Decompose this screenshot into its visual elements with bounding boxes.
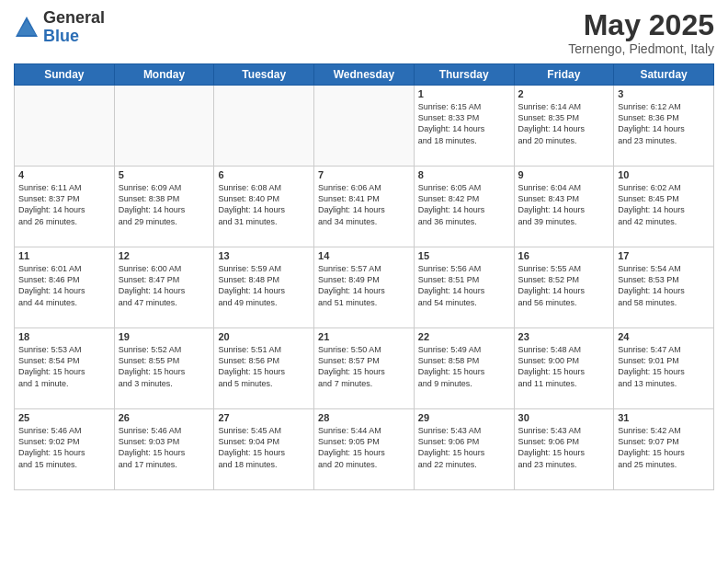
cal-cell: 9Sunrise: 6:04 AM Sunset: 8:43 PM Daylig…: [514, 167, 614, 247]
cal-cell: 4Sunrise: 6:11 AM Sunset: 8:37 PM Daylig…: [15, 167, 115, 247]
cell-info: Sunrise: 6:01 AM Sunset: 8:46 PM Dayligh…: [18, 263, 110, 308]
cal-cell: 7Sunrise: 6:06 AM Sunset: 8:41 PM Daylig…: [314, 167, 415, 247]
cell-info: Sunrise: 5:55 AM Sunset: 8:52 PM Dayligh…: [518, 263, 610, 308]
cell-info: Sunrise: 5:52 AM Sunset: 8:55 PM Dayligh…: [119, 344, 210, 389]
week-row-1: 1Sunrise: 6:15 AM Sunset: 8:33 PM Daylig…: [15, 86, 714, 167]
day-number: 29: [418, 412, 510, 423]
cell-info: Sunrise: 5:43 AM Sunset: 9:06 PM Dayligh…: [518, 425, 610, 470]
day-number: 1: [418, 88, 510, 99]
cell-info: Sunrise: 5:49 AM Sunset: 8:58 PM Dayligh…: [418, 344, 510, 389]
cell-info: Sunrise: 5:51 AM Sunset: 8:56 PM Dayligh…: [218, 344, 310, 389]
cal-cell: 25Sunrise: 5:46 AM Sunset: 9:02 PM Dayli…: [15, 409, 115, 490]
cell-info: Sunrise: 6:08 AM Sunset: 8:40 PM Dayligh…: [218, 182, 310, 227]
cal-cell: [214, 86, 314, 167]
day-number: 31: [618, 412, 710, 423]
day-number: 28: [318, 412, 410, 423]
cal-cell: [114, 86, 214, 167]
cell-info: Sunrise: 5:46 AM Sunset: 9:02 PM Dayligh…: [18, 425, 110, 470]
cal-cell: 13Sunrise: 5:59 AM Sunset: 8:48 PM Dayli…: [214, 247, 314, 328]
day-number: 8: [418, 169, 510, 180]
cell-info: Sunrise: 5:43 AM Sunset: 9:06 PM Dayligh…: [418, 425, 510, 470]
day-number: 21: [318, 331, 410, 342]
calendar-page: General Blue May 2025 Ternengo, Piedmont…: [0, 0, 728, 563]
cal-cell: 15Sunrise: 5:56 AM Sunset: 8:51 PM Dayli…: [414, 247, 514, 328]
cal-cell: 6Sunrise: 6:08 AM Sunset: 8:40 PM Daylig…: [214, 167, 314, 247]
cal-cell: 5Sunrise: 6:09 AM Sunset: 8:38 PM Daylig…: [114, 167, 214, 247]
location: Ternengo, Piedmont, Italy: [568, 41, 714, 56]
day-number: 13: [218, 250, 310, 261]
day-number: 10: [618, 169, 710, 180]
day-number: 12: [119, 250, 210, 261]
day-header-row: Sunday Monday Tuesday Wednesday Thursday…: [15, 64, 714, 86]
day-number: 24: [618, 331, 710, 342]
cell-info: Sunrise: 6:05 AM Sunset: 8:42 PM Dayligh…: [418, 182, 510, 227]
day-number: 2: [518, 88, 610, 99]
cal-cell: 10Sunrise: 6:02 AM Sunset: 8:45 PM Dayli…: [614, 167, 714, 247]
logo-icon: [14, 15, 40, 40]
cal-cell: 30Sunrise: 5:43 AM Sunset: 9:06 PM Dayli…: [514, 409, 614, 490]
col-friday: Friday: [514, 64, 614, 86]
cell-info: Sunrise: 5:48 AM Sunset: 9:00 PM Dayligh…: [518, 344, 610, 389]
cell-info: Sunrise: 6:00 AM Sunset: 8:47 PM Dayligh…: [119, 263, 210, 308]
cell-info: Sunrise: 5:42 AM Sunset: 9:07 PM Dayligh…: [618, 425, 710, 470]
cell-info: Sunrise: 6:14 AM Sunset: 8:35 PM Dayligh…: [518, 101, 610, 146]
week-row-2: 4Sunrise: 6:11 AM Sunset: 8:37 PM Daylig…: [15, 167, 714, 247]
cell-info: Sunrise: 6:02 AM Sunset: 8:45 PM Dayligh…: [618, 182, 710, 227]
logo: General Blue: [14, 9, 105, 46]
day-number: 5: [119, 169, 210, 180]
col-sunday: Sunday: [15, 64, 115, 86]
cal-cell: 27Sunrise: 5:45 AM Sunset: 9:04 PM Dayli…: [214, 409, 314, 490]
day-number: 19: [119, 331, 210, 342]
month-title: May 2025: [568, 9, 714, 41]
cal-cell: 31Sunrise: 5:42 AM Sunset: 9:07 PM Dayli…: [614, 409, 714, 490]
cal-cell: 28Sunrise: 5:44 AM Sunset: 9:05 PM Dayli…: [314, 409, 415, 490]
cell-info: Sunrise: 6:06 AM Sunset: 8:41 PM Dayligh…: [318, 182, 410, 227]
day-number: 20: [218, 331, 310, 342]
cell-info: Sunrise: 5:44 AM Sunset: 9:05 PM Dayligh…: [318, 425, 410, 470]
cell-info: Sunrise: 5:50 AM Sunset: 8:57 PM Dayligh…: [318, 344, 410, 389]
cell-info: Sunrise: 5:53 AM Sunset: 8:54 PM Dayligh…: [18, 344, 110, 389]
cal-cell: 14Sunrise: 5:57 AM Sunset: 8:49 PM Dayli…: [314, 247, 415, 328]
day-number: 27: [218, 412, 310, 423]
logo-general-text: General: [43, 8, 105, 27]
cell-info: Sunrise: 5:54 AM Sunset: 8:53 PM Dayligh…: [618, 263, 710, 308]
day-number: 30: [518, 412, 610, 423]
week-row-3: 11Sunrise: 6:01 AM Sunset: 8:46 PM Dayli…: [15, 247, 714, 328]
cell-info: Sunrise: 5:45 AM Sunset: 9:04 PM Dayligh…: [218, 425, 310, 470]
day-number: 23: [518, 331, 610, 342]
week-row-4: 18Sunrise: 5:53 AM Sunset: 8:54 PM Dayli…: [15, 328, 714, 409]
cal-cell: 20Sunrise: 5:51 AM Sunset: 8:56 PM Dayli…: [214, 328, 314, 409]
cal-cell: 19Sunrise: 5:52 AM Sunset: 8:55 PM Dayli…: [114, 328, 214, 409]
day-number: 6: [218, 169, 310, 180]
cell-info: Sunrise: 6:11 AM Sunset: 8:37 PM Dayligh…: [18, 182, 110, 227]
day-number: 11: [18, 250, 110, 261]
cal-cell: 2Sunrise: 6:14 AM Sunset: 8:35 PM Daylig…: [514, 86, 614, 167]
cal-cell: 8Sunrise: 6:05 AM Sunset: 8:42 PM Daylig…: [414, 167, 514, 247]
cell-info: Sunrise: 6:12 AM Sunset: 8:36 PM Dayligh…: [618, 101, 710, 146]
day-number: 18: [18, 331, 110, 342]
day-number: 7: [318, 169, 410, 180]
day-number: 4: [18, 169, 110, 180]
cal-cell: 26Sunrise: 5:46 AM Sunset: 9:03 PM Dayli…: [114, 409, 214, 490]
cell-info: Sunrise: 5:56 AM Sunset: 8:51 PM Dayligh…: [418, 263, 510, 308]
day-number: 16: [518, 250, 610, 261]
cal-cell: [15, 86, 115, 167]
header: General Blue May 2025 Ternengo, Piedmont…: [14, 9, 714, 56]
day-number: 17: [618, 250, 710, 261]
cal-cell: [314, 86, 415, 167]
week-row-5: 25Sunrise: 5:46 AM Sunset: 9:02 PM Dayli…: [15, 409, 714, 490]
cal-cell: 12Sunrise: 6:00 AM Sunset: 8:47 PM Dayli…: [114, 247, 214, 328]
cal-cell: 23Sunrise: 5:48 AM Sunset: 9:00 PM Dayli…: [514, 328, 614, 409]
cell-info: Sunrise: 6:15 AM Sunset: 8:33 PM Dayligh…: [418, 101, 510, 146]
svg-marker-1: [17, 20, 36, 35]
cell-info: Sunrise: 6:09 AM Sunset: 8:38 PM Dayligh…: [119, 182, 210, 227]
calendar-table: Sunday Monday Tuesday Wednesday Thursday…: [14, 63, 714, 490]
cal-cell: 16Sunrise: 5:55 AM Sunset: 8:52 PM Dayli…: [514, 247, 614, 328]
day-number: 25: [18, 412, 110, 423]
logo-blue-text: Blue: [43, 27, 79, 45]
col-thursday: Thursday: [414, 64, 514, 86]
cell-info: Sunrise: 5:47 AM Sunset: 9:01 PM Dayligh…: [618, 344, 710, 389]
cell-info: Sunrise: 5:57 AM Sunset: 8:49 PM Dayligh…: [318, 263, 410, 308]
cell-info: Sunrise: 6:04 AM Sunset: 8:43 PM Dayligh…: [518, 182, 610, 227]
cal-cell: 24Sunrise: 5:47 AM Sunset: 9:01 PM Dayli…: [614, 328, 714, 409]
